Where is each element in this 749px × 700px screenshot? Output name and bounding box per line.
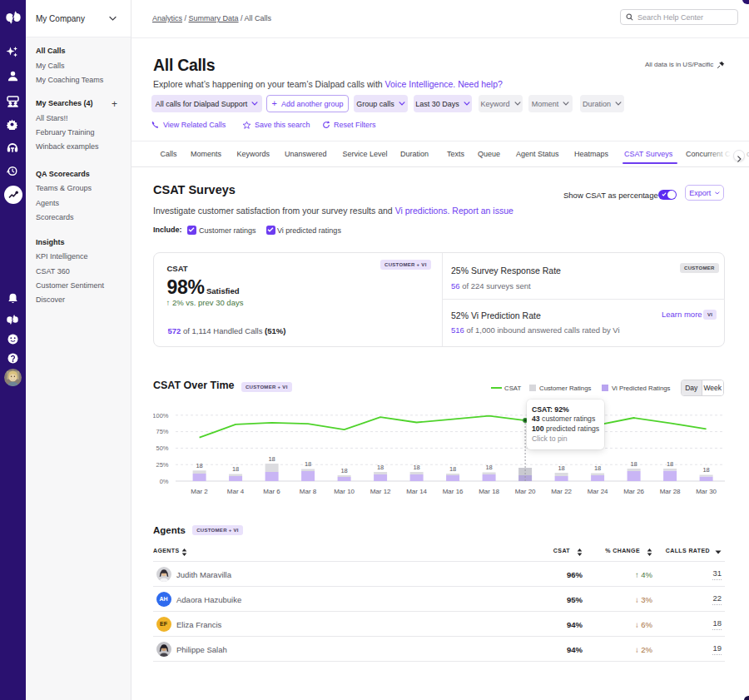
svg-text:18: 18 xyxy=(232,465,239,473)
svg-text:Mar 28: Mar 28 xyxy=(660,488,681,495)
svg-text:Mar 18: Mar 18 xyxy=(479,488,499,495)
svg-text:Mar 30: Mar 30 xyxy=(696,488,717,495)
svg-text:18: 18 xyxy=(667,460,673,468)
svg-text:18: 18 xyxy=(305,460,311,468)
svg-text:18: 18 xyxy=(558,464,564,472)
svg-text:18: 18 xyxy=(630,460,637,468)
svg-text:75%: 75% xyxy=(156,428,168,435)
svg-text:Mar 12: Mar 12 xyxy=(370,488,391,495)
svg-text:18: 18 xyxy=(485,464,492,471)
svg-text:Mar 2: Mar 2 xyxy=(191,488,208,495)
svg-text:Mar 20: Mar 20 xyxy=(515,488,536,495)
svg-text:Mar 26: Mar 26 xyxy=(623,488,644,495)
svg-text:Mar 4: Mar 4 xyxy=(227,488,245,495)
svg-text:18: 18 xyxy=(196,462,202,469)
svg-text:Mar 8: Mar 8 xyxy=(300,488,317,495)
svg-text:18: 18 xyxy=(377,464,384,471)
svg-text:25%: 25% xyxy=(156,461,168,469)
svg-text:Mar 16: Mar 16 xyxy=(443,488,464,495)
svg-text:18: 18 xyxy=(702,466,709,474)
svg-text:50%: 50% xyxy=(156,444,168,452)
svg-text:Mar 10: Mar 10 xyxy=(334,488,355,495)
svg-text:0%: 0% xyxy=(160,478,169,485)
svg-text:100%: 100% xyxy=(153,412,169,420)
svg-text:18: 18 xyxy=(413,464,419,471)
svg-text:Mar 24: Mar 24 xyxy=(588,488,608,495)
svg-text:18: 18 xyxy=(340,467,347,474)
svg-text:Mar 14: Mar 14 xyxy=(406,488,427,495)
svg-text:Mar 6: Mar 6 xyxy=(263,488,280,495)
svg-text:18: 18 xyxy=(449,465,456,473)
svg-text:18: 18 xyxy=(268,455,275,463)
svg-text:18: 18 xyxy=(594,464,601,472)
svg-text:Mar 22: Mar 22 xyxy=(551,488,572,495)
